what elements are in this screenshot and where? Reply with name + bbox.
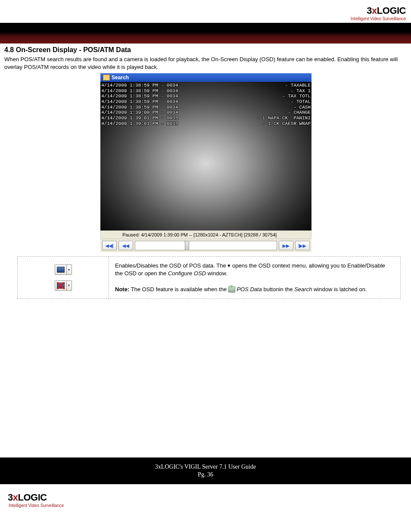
footer-page: Pg. 36 xyxy=(0,471,411,478)
search-window-screenshot: Search 4/14/2009 1:38:59 PM - 0034- TAXA… xyxy=(100,73,311,252)
osd-disable-button[interactable]: ▾ xyxy=(55,280,72,291)
description-table: ▾ ▾ Enables/Disables the OSD of POS data… xyxy=(17,256,401,299)
dropdown-icon[interactable]: ▾ xyxy=(67,280,72,291)
logo-3: 3 xyxy=(367,5,372,16)
content-area: 4.8 On-Screen Display - POS/ATM Data Whe… xyxy=(0,44,411,302)
pos-data-icon xyxy=(228,286,235,292)
osd-row: 4/14/2009 1:38:59 PM - 0034- CASH xyxy=(101,105,311,110)
monitor-icon xyxy=(55,264,67,275)
osd-row: 4/14/2009 1:39:01 PM - 0035- 1 CK CAESR … xyxy=(101,121,311,127)
footer-band: 3xLOGIC's VIGIL Server 7.1 User Guide Pg… xyxy=(0,457,411,484)
search-window-ref: Search xyxy=(294,286,312,292)
player-controls: ◀◀| ◀◀ ▶▶ |▶▶ xyxy=(100,239,311,252)
osd-row: 4/14/2009 1:38:59 PM - 0034- TAXABLE xyxy=(101,83,311,88)
intro-paragraph: When POS/ATM search results are found an… xyxy=(4,56,408,71)
osd-row: 4/14/2009 1:39:00 PM - 0034- CHANGE xyxy=(101,110,311,115)
osd-row: 4/14/2009 1:38:59 PM - 0034- TOTAL xyxy=(101,99,311,105)
configure-osd-ref: Configure OSD xyxy=(168,270,206,277)
description-text: Enables/Disables the OSD of POS data. Th… xyxy=(109,257,400,299)
rewind-fast-button[interactable]: ◀◀| xyxy=(102,241,117,250)
osd-enable-button[interactable]: ▾ xyxy=(55,264,72,275)
whitespace-filler xyxy=(0,302,411,457)
logo-tagline: Intelligent Video Surveillance xyxy=(0,16,406,21)
desc-line1: Enables/Disables the OSD of POS data. Th… xyxy=(115,262,394,277)
logo-logic: LOGIC xyxy=(377,5,406,16)
dropdown-icon[interactable]: ▾ xyxy=(67,264,72,275)
banner-bar xyxy=(0,23,411,44)
forward-fast-button[interactable]: |▶▶ xyxy=(295,241,310,250)
logo: 3xLOGIC xyxy=(0,5,406,16)
playback-status: Paused: 4/14/2009 1:39:00 PM -- [1280x10… xyxy=(100,230,311,239)
icon-cell: ▾ ▾ xyxy=(18,257,109,299)
logo-tagline: Intelligent Video Surveillance xyxy=(9,503,411,508)
logo: 3xLOGIC xyxy=(8,492,411,503)
section-heading: 4.8 On-Screen Display - POS/ATM Data xyxy=(4,46,408,54)
note-label: Note: xyxy=(115,286,129,292)
osd-overlay: 4/14/2009 1:38:59 PM - 0034- TAXABLE4/14… xyxy=(101,83,311,126)
rewind-button[interactable]: ◀◀ xyxy=(118,241,133,250)
pos-data-ref: POS Data xyxy=(237,286,262,292)
playback-slider[interactable] xyxy=(135,241,277,250)
video-frame: 4/14/2009 1:38:59 PM - 0034- TAXABLE4/14… xyxy=(100,82,311,230)
slider-thumb[interactable] xyxy=(185,241,189,250)
search-titlebar: Search xyxy=(100,73,311,82)
footer-title: 3xLOGIC's VIGIL Server 7.1 User Guide xyxy=(0,464,411,470)
search-title: Search xyxy=(112,75,129,81)
osd-row: 4/14/2009 1:38:59 PM - 0034- TAX TOTL xyxy=(101,93,311,99)
folder-icon xyxy=(103,75,110,81)
osd-row: 4/14/2009 1:39:01 PM - 0035- 1 NAPA CK P… xyxy=(101,115,311,121)
footer-logo-block: 3xLOGIC Intelligent Video Surveillance xyxy=(0,484,411,513)
desc-note: Note: The OSD feature is available when … xyxy=(115,286,394,293)
logo-x: x xyxy=(372,5,377,16)
osd-row: 4/14/2009 1:38:59 PM - 0034- TAX 1 xyxy=(101,88,311,94)
monitor-disabled-icon xyxy=(55,280,67,291)
forward-button[interactable]: ▶▶ xyxy=(279,241,293,250)
header-logo-block: 3xLOGIC Intelligent Video Surveillance xyxy=(0,0,411,23)
